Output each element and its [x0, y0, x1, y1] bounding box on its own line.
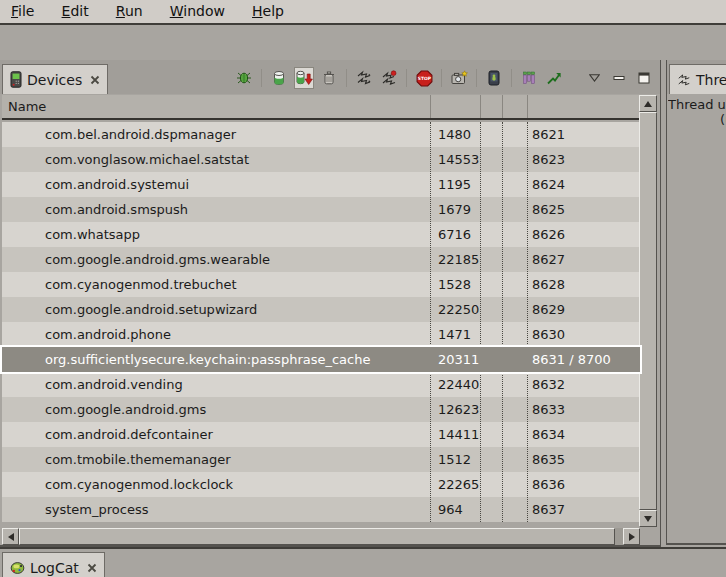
client-pid: 12623 — [438, 397, 479, 422]
client-port: 8627 — [532, 247, 565, 272]
table-row[interactable]: org.sufficientlysecure.keychain:passphra… — [2, 347, 640, 372]
client-pid: 964 — [438, 497, 463, 522]
debug-process-icon[interactable] — [234, 67, 254, 89]
toolbar-separator — [476, 69, 477, 87]
threads-pane: Threads Thread updates not enabled for s… — [666, 60, 726, 545]
toolbar-separator — [261, 69, 262, 87]
threads-message-line2: (use toolbar button to enable) — [668, 112, 726, 127]
cause-gc-icon[interactable] — [319, 67, 339, 89]
stop-process-icon[interactable]: STOP — [414, 67, 434, 89]
table-row[interactable]: com.android.phone14718630 — [2, 322, 640, 347]
close-icon[interactable] — [90, 75, 100, 85]
device-table-rows: com.bel.android.dspmanager14808621com.vo… — [2, 122, 640, 522]
tab-logcat[interactable]: LogCat — [2, 552, 105, 577]
client-name: com.tmobile.thememanager — [45, 447, 231, 472]
scroll-down-button[interactable] — [639, 510, 657, 527]
view-menu-icon[interactable] — [584, 67, 604, 89]
hierarchy-view-icon[interactable] — [519, 67, 539, 89]
client-name: com.google.android.setupwizard — [45, 297, 257, 322]
minimize-icon[interactable] — [609, 67, 629, 89]
client-name: com.android.systemui — [45, 172, 189, 197]
threads-message-line1: Thread updates not enabled for selected … — [668, 97, 726, 112]
devices-pane: Devices — [0, 60, 661, 547]
client-name: com.vonglasow.michael.satstat — [45, 147, 249, 172]
maximize-icon[interactable] — [634, 67, 654, 89]
client-name: com.bel.android.dspmanager — [45, 122, 236, 147]
client-pid: 14411 — [438, 422, 479, 447]
devices-tabstrip: Devices — [0, 60, 660, 94]
menu-help[interactable]: Help — [241, 0, 295, 19]
menu-edit[interactable]: Edit — [51, 0, 100, 19]
scroll-up-button[interactable] — [639, 95, 657, 112]
client-name: org.sufficientlysecure.keychain:passphra… — [45, 347, 370, 372]
table-row[interactable]: com.google.android.setupwizard222508629 — [2, 297, 640, 322]
table-row[interactable]: com.whatsapp67168626 — [2, 222, 640, 247]
toolbar-separator — [511, 69, 512, 87]
table-row[interactable]: com.bel.android.dspmanager14808621 — [2, 122, 640, 147]
scroll-right-button[interactable] — [623, 528, 640, 545]
close-icon[interactable] — [87, 563, 97, 573]
svg-text:STOP: STOP — [417, 76, 431, 81]
client-pid: 22265 — [438, 472, 479, 497]
menu-run[interactable]: Run — [105, 0, 154, 19]
table-header: Name — [2, 95, 640, 120]
table-row[interactable]: com.cyanogenmod.lockclock222658636 — [2, 472, 640, 497]
client-name: system_process — [45, 497, 148, 522]
table-row[interactable]: com.tmobile.thememanager15128635 — [2, 447, 640, 472]
client-pid: 1195 — [438, 172, 471, 197]
tab-threads[interactable]: Threads — [669, 64, 726, 94]
column-divider[interactable] — [480, 95, 481, 118]
client-port: 8629 — [532, 297, 565, 322]
devices-toolbar: STOP — [234, 64, 654, 92]
scroll-left-button[interactable] — [2, 528, 19, 545]
horizontal-scrollbar[interactable] — [2, 528, 640, 545]
start-method-profiling-icon[interactable] — [379, 67, 399, 89]
client-port: 8623 — [532, 147, 565, 172]
client-pid: 20311 — [438, 347, 479, 372]
logcat-icon — [10, 561, 25, 575]
table-row[interactable]: com.android.systemui11958624 — [2, 172, 640, 197]
device-capture-icon[interactable] — [484, 67, 504, 89]
table-row[interactable]: com.android.vending224408632 — [2, 372, 640, 397]
update-threads-icon[interactable] — [354, 67, 374, 89]
table-row[interactable]: system_process9648637 — [2, 497, 640, 522]
threads-icon — [677, 73, 691, 87]
table-row[interactable]: com.android.smspush16798625 — [2, 197, 640, 222]
screen-capture-icon[interactable] — [449, 67, 469, 89]
vertical-scrollbar-thumb[interactable] — [639, 112, 657, 510]
client-name: com.whatsapp — [45, 222, 140, 247]
client-name: com.cyanogenmod.lockclock — [45, 472, 233, 497]
column-header-name: Name — [2, 99, 46, 114]
column-divider[interactable] — [502, 95, 503, 118]
toolbar-separator — [406, 69, 407, 87]
column-divider[interactable] — [430, 95, 431, 118]
menu-file[interactable]: File — [0, 0, 45, 19]
table-row[interactable]: com.vonglasow.michael.satstat145538623 — [2, 147, 640, 172]
vertical-scrollbar[interactable] — [639, 95, 657, 527]
systrace-icon[interactable] — [544, 67, 564, 89]
table-row[interactable]: com.google.android.gms.wearable221858627 — [2, 247, 640, 272]
client-pid: 22440 — [438, 372, 479, 397]
client-pid: 1679 — [438, 197, 471, 222]
devices-tab-label: Devices — [27, 72, 82, 88]
table-row[interactable]: com.android.defcontainer144118634 — [2, 422, 640, 447]
threads-tab-label: Threads — [696, 72, 726, 88]
client-name: com.cyanogenmod.trebuchet — [45, 272, 237, 297]
toolbar-separator — [441, 69, 442, 87]
client-pid: 1480 — [438, 122, 471, 147]
dump-hprof-icon[interactable] — [294, 67, 314, 89]
client-name: com.google.android.gms — [45, 397, 206, 422]
table-row[interactable]: com.cyanogenmod.trebuchet15288628 — [2, 272, 640, 297]
client-name: com.android.phone — [45, 322, 171, 347]
table-row[interactable]: com.google.android.gms126238633 — [2, 397, 640, 422]
update-heap-icon[interactable] — [269, 67, 289, 89]
client-port: 8625 — [532, 197, 565, 222]
client-name: com.google.android.gms.wearable — [45, 247, 270, 272]
client-pid: 6716 — [438, 222, 471, 247]
column-divider[interactable] — [527, 95, 528, 118]
threads-tabstrip: Threads — [667, 60, 726, 94]
horizontal-scrollbar-thumb[interactable] — [19, 528, 615, 545]
tab-devices[interactable]: Devices — [2, 64, 108, 94]
client-port: 8624 — [532, 172, 565, 197]
menu-window[interactable]: Window — [159, 0, 236, 19]
